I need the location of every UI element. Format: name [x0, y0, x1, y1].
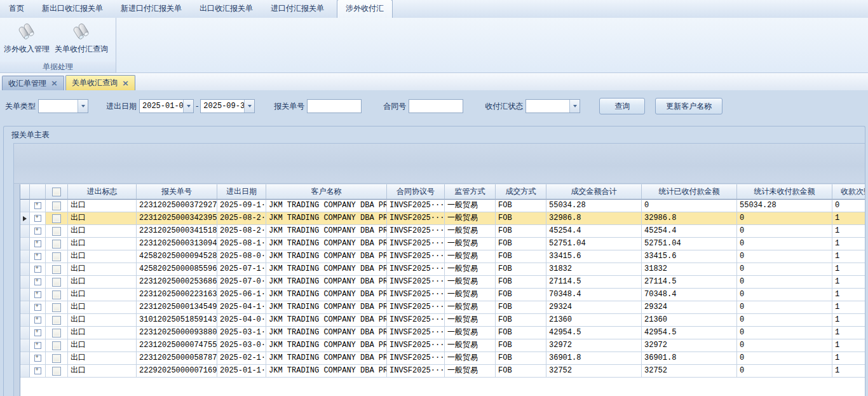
table-row[interactable]: 出口2231202500005878702025-02-1···JKM TRAD… — [20, 352, 865, 365]
table-row[interactable]: 出口2229202500000716932025-01-1···JKM TRAD… — [20, 365, 865, 378]
ribbon-group-label: 单据处理 — [0, 62, 116, 72]
cell-decl_no: 223120250002231639 — [137, 289, 217, 301]
declaration-no-label: 报关单号 — [274, 101, 304, 112]
ribbon-tab-1[interactable]: 首页 — [4, 0, 29, 18]
cell-unreceived: 0 — [737, 339, 832, 352]
row-checkbox[interactable] — [52, 227, 61, 236]
expand-cell — [30, 263, 46, 276]
grid-group-band — [14, 144, 865, 184]
row-checkbox[interactable] — [52, 341, 61, 350]
expand-icon[interactable] — [34, 215, 41, 222]
row-checkbox[interactable] — [52, 316, 61, 325]
close-icon[interactable]: × — [51, 80, 58, 86]
row-checkbox[interactable] — [52, 329, 61, 338]
declaration-no-input[interactable] — [307, 99, 362, 113]
column-header-date[interactable]: 进出日期 — [217, 184, 266, 200]
column-header-customer[interactable]: 客户名称 — [266, 184, 387, 200]
row-checkbox[interactable] — [52, 240, 61, 249]
header-checkbox[interactable] — [52, 188, 61, 196]
ribbon-tab-5[interactable]: 进口付汇报关单 — [266, 0, 329, 18]
cell-contract: INVSF2025··· — [387, 263, 445, 276]
column-header-total_amount[interactable]: 成交金额合计 — [546, 184, 642, 200]
expand-icon[interactable] — [34, 304, 41, 311]
checkbox-column-header[interactable] — [46, 184, 68, 200]
row-checkbox[interactable] — [52, 214, 61, 223]
document-tab-1[interactable]: 收汇单管理× — [2, 76, 64, 90]
cell-customer: JKM TRADING COMPANY DBA PROTO··· — [266, 238, 387, 250]
column-header-supervision[interactable]: 监管方式 — [445, 184, 496, 200]
table-row[interactable]: 出口2231202500031309412025-08-1···JKM TRAD… — [20, 238, 865, 250]
cell-terms: FOB — [496, 212, 546, 225]
row-checkbox[interactable] — [52, 265, 61, 274]
expand-column-header — [30, 184, 46, 200]
expand-icon[interactable] — [34, 342, 41, 349]
expand-icon[interactable] — [34, 202, 41, 209]
row-checkbox[interactable] — [52, 278, 61, 287]
cell-supervision: 一般贸易 — [445, 289, 496, 301]
contract-no-input[interactable] — [409, 99, 463, 113]
payment-status-label: 收付汇状态 — [485, 101, 523, 112]
table-row[interactable]: 出口2231202500022316392025-06-1···JKM TRAD… — [20, 289, 865, 301]
search-button[interactable]: 查询 — [599, 98, 645, 114]
table-row[interactable]: 出口2231202500034151812025-08-2···JKM TRAD… — [20, 225, 865, 238]
column-header-contract[interactable]: 合同协议号 — [387, 184, 445, 200]
cell-contract: INVSF2025··· — [387, 200, 445, 212]
table-row[interactable]: 出口2231202500009388012025-03-1···JKM TRAD… — [20, 327, 865, 339]
row-checkbox[interactable] — [52, 252, 61, 261]
column-header-count[interactable]: 收款次数 — [832, 184, 865, 200]
ribbon-button-2[interactable]: 关单收付汇查询 — [52, 20, 111, 57]
ribbon-tab-4[interactable]: 出口收汇报关单 — [194, 0, 258, 18]
decl-type-dropdown-button[interactable] — [78, 100, 88, 113]
expand-icon[interactable] — [34, 355, 41, 362]
expand-icon[interactable] — [34, 317, 41, 324]
expand-icon[interactable] — [34, 253, 41, 260]
table-row[interactable]: 出口4258202500009452852025-08-0···JKM TRAD… — [20, 250, 865, 263]
update-customer-name-button[interactable]: 更新客户名称 — [655, 98, 722, 114]
table-row[interactable]: 出口2231202500034239562025-08-2···JKM TRAD… — [20, 212, 865, 225]
row-checkbox[interactable] — [52, 303, 61, 312]
row-checkbox[interactable] — [52, 354, 61, 363]
row-checkbox[interactable] — [52, 290, 61, 299]
column-header-unreceived[interactable]: 统计未收付款金额 — [737, 184, 832, 200]
decl-type-select[interactable] — [38, 99, 88, 113]
date-from-picker[interactable]: 2025-01-01 — [139, 99, 194, 113]
date-to-dropdown-button[interactable] — [244, 100, 254, 113]
ribbon-tab-3[interactable]: 新进口付汇报关单 — [116, 0, 187, 18]
expand-icon[interactable] — [34, 228, 41, 235]
ribbon-button-1[interactable]: 涉外收入管理 — [1, 20, 52, 57]
table-row[interactable]: 出口2231202500025368682025-07-0···JKM TRAD… — [20, 276, 865, 289]
column-header-decl_no[interactable]: 报关单号 — [137, 184, 217, 200]
payment-status-select[interactable] — [526, 99, 580, 113]
expand-icon[interactable] — [34, 291, 41, 298]
cell-contract: INVSF2025··· — [387, 327, 445, 339]
ribbon-tab-6[interactable]: 涉外收付汇 — [337, 0, 393, 18]
row-checkbox[interactable] — [52, 367, 61, 376]
expand-icon[interactable] — [34, 367, 41, 374]
column-header-flag[interactable]: 进出标志 — [68, 184, 137, 200]
date-from-dropdown-button[interactable] — [183, 100, 193, 113]
table-row[interactable]: 出口2231202500007475552025-03-0···JKM TRAD… — [20, 339, 865, 352]
expand-icon[interactable] — [34, 278, 41, 285]
expand-icon[interactable] — [34, 240, 41, 247]
row-checkbox[interactable] — [52, 201, 61, 210]
table-row[interactable]: 出口4258202500008559662025-07-1···JKM TRAD… — [20, 263, 865, 276]
table-row[interactable]: 出口3101202505185914342025-04-0···JKM TRAD… — [20, 314, 865, 327]
cell-received: 45254.4 — [642, 225, 737, 238]
binoculars-icon — [16, 24, 37, 41]
cell-total_amount: 45254.4 — [546, 225, 642, 238]
table-row[interactable]: 出口2231202500037292762025-09-1···JKM TRAD… — [20, 200, 865, 212]
payment-status-dropdown-button[interactable] — [569, 100, 580, 113]
checkbox-cell — [46, 225, 68, 238]
column-header-terms[interactable]: 成交方式 — [496, 184, 546, 200]
table-row[interactable]: 出口2231202500013454912025-04-1···JKM TRAD… — [20, 301, 865, 314]
document-tab-2[interactable]: 关单收汇查询× — [65, 75, 135, 90]
close-icon[interactable]: × — [122, 80, 129, 86]
expand-icon[interactable] — [34, 329, 41, 336]
cell-received: 33415.6 — [642, 250, 737, 263]
cell-contract: INVSF2025··· — [387, 238, 445, 250]
date-to-picker[interactable]: 2025-09-30 — [200, 99, 255, 113]
ribbon-tab-2[interactable]: 新出口收汇报关单 — [37, 0, 108, 18]
cell-terms: FOB — [496, 314, 546, 327]
expand-icon[interactable] — [34, 266, 41, 273]
column-header-received[interactable]: 统计已收付款金额 — [642, 184, 737, 200]
